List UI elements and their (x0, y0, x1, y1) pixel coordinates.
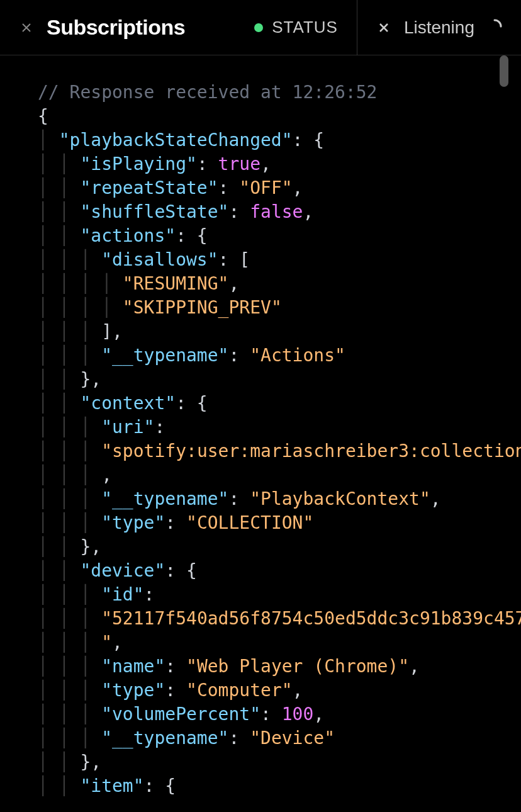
json-value: true (218, 154, 260, 174)
stop-listening-button[interactable] (376, 20, 391, 35)
header-bar: Subscriptions STATUS Listening (0, 0, 521, 55)
json-value: "Actions" (250, 345, 345, 366)
json-key: "uri" (101, 417, 154, 437)
status-label: STATUS (272, 18, 338, 37)
json-value: "OFF" (239, 178, 292, 198)
json-value: "Computer" (186, 680, 293, 701)
json-value: "Device" (250, 728, 335, 748)
json-key: "playbackStateChanged" (59, 130, 293, 150)
json-key: "disallows" (101, 249, 218, 270)
json-key: "isPlaying" (80, 154, 196, 174)
json-key: "id" (101, 584, 143, 605)
response-code-block[interactable]: // Response received at 12:26:52 { │ "pl… (0, 55, 521, 798)
status-indicator-icon (254, 23, 263, 32)
page-title: Subscriptions (47, 15, 185, 40)
json-key: "__typename" (101, 728, 228, 748)
close-icon (376, 20, 391, 35)
json-key: "context" (80, 393, 176, 414)
listening-group: Listening (376, 18, 502, 38)
json-value: "52117f540ad56f8754c50ed5ddc3c91b839c457… (38, 608, 521, 653)
json-key: "volumePercent" (101, 704, 260, 725)
json-key: "__typename" (101, 345, 228, 366)
spinner-icon (487, 19, 502, 37)
json-key: "shuffleState" (80, 201, 228, 222)
response-comment: // Response received at 12:26:52 (38, 82, 377, 103)
json-key: "__typename" (101, 488, 228, 509)
listening-label: Listening (404, 18, 474, 38)
json-key: "name" (101, 656, 165, 677)
close-icon (19, 20, 34, 35)
json-key: "device" (80, 560, 165, 581)
json-value: "spotify:user:mariaschreiber3:collection… (101, 441, 521, 461)
status-group[interactable]: STATUS (254, 0, 357, 55)
json-key: "type" (101, 512, 165, 533)
json-value: "RESUMING" (123, 273, 229, 294)
header-right: STATUS Listening (254, 0, 502, 55)
json-value: 100 (282, 704, 314, 725)
json-value: "PlaybackContext" (250, 488, 430, 509)
json-key: "repeatState" (80, 178, 218, 198)
header-left: Subscriptions (19, 15, 254, 40)
json-key: "item" (80, 775, 143, 796)
json-value: "COLLECTION" (186, 512, 313, 533)
json-key: "type" (101, 680, 165, 701)
close-button[interactable] (19, 20, 34, 35)
json-key: "actions" (80, 225, 176, 246)
json-value: "SKIPPING_PREV" (123, 297, 282, 318)
json-value: "Web Player (Chrome)" (186, 656, 409, 677)
json-value: false (250, 201, 303, 222)
